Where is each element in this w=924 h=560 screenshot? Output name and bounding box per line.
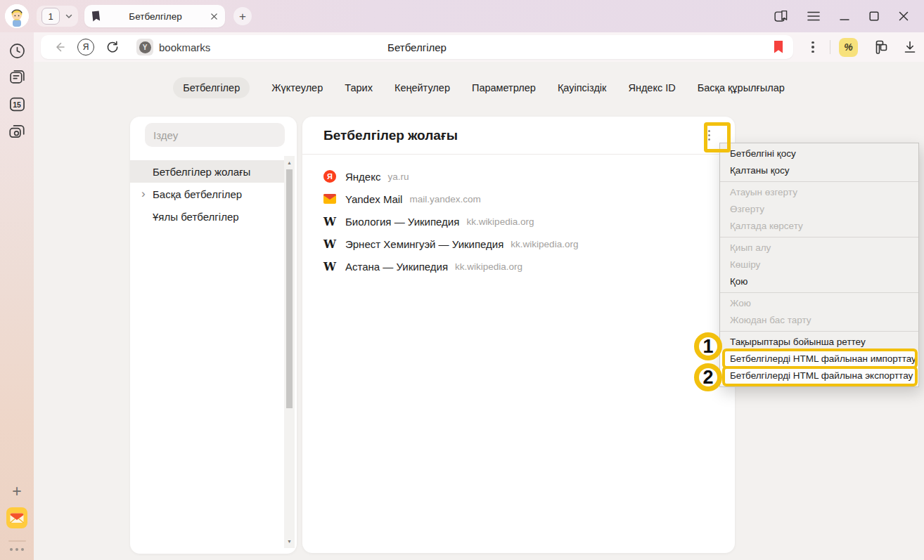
favicon-glyph: Y xyxy=(139,41,151,53)
search-input[interactable] xyxy=(145,123,285,147)
omnibox-page-title: Бетбелгілер xyxy=(41,41,793,53)
tab-strip: 1 Бетбелгілер + xyxy=(0,0,924,32)
sidebar-scrollbar[interactable]: ▲ ▼ xyxy=(284,156,295,548)
menu-item-add-bookmark[interactable]: Бетбелгіні қосу xyxy=(720,145,918,162)
tab-downloads[interactable]: Жүктеулер xyxy=(271,77,323,98)
bookmark-url: kk.wikipedia.org xyxy=(511,239,578,249)
tab-counter[interactable]: 1 xyxy=(37,6,78,27)
extensions-button[interactable] xyxy=(872,39,889,56)
bookmark-title: Яндекс xyxy=(345,171,380,183)
calendar-button[interactable]: 15 xyxy=(8,96,26,113)
wikipedia-favicon: W xyxy=(323,260,336,273)
refresh-button[interactable] xyxy=(105,40,120,54)
wikipedia-favicon: W xyxy=(323,215,336,228)
tab-yandex-id[interactable]: Яндекс ID xyxy=(628,77,675,98)
tab-other-devices[interactable]: Басқа құрылғылар xyxy=(698,77,785,98)
bookmark-item[interactable]: Я Яндекс ya.ru xyxy=(302,165,735,188)
plus-icon: + xyxy=(239,11,246,22)
scroll-down-icon[interactable]: ▼ xyxy=(287,539,292,548)
chevron-right-icon[interactable]: › xyxy=(141,188,146,200)
menu-item-add-folder[interactable]: Қалтаны қосу xyxy=(720,162,918,179)
tab-history[interactable]: Тарих xyxy=(345,77,373,98)
bookmark-list: Я Яндекс ya.ru Yandex Mail mail.yandex.c… xyxy=(302,155,735,278)
download-icon xyxy=(903,40,917,54)
menu-item-delete: Жою xyxy=(720,295,918,312)
url-text: bookmarks xyxy=(159,41,210,53)
window-close-icon[interactable] xyxy=(899,11,909,21)
bookmark-item[interactable]: W Астана — Уикипедия kk.wikipedia.org xyxy=(302,255,735,278)
rail-add-button[interactable]: + xyxy=(12,483,21,500)
bookmark-flag-button[interactable] xyxy=(774,41,783,56)
window-minimize-icon[interactable] xyxy=(840,11,849,21)
rail-more-button[interactable] xyxy=(10,548,24,551)
bookmark-item[interactable]: Yandex Mail mail.yandex.com xyxy=(302,188,735,210)
yandex-home-button[interactable]: Я xyxy=(77,39,94,56)
tab-close-icon[interactable] xyxy=(210,13,218,20)
percent-extension-button[interactable]: % xyxy=(839,38,858,57)
bookmarks-menu-button[interactable] xyxy=(700,126,718,145)
yandex-favicon: Я xyxy=(323,170,336,183)
notes-button[interactable] xyxy=(8,69,26,86)
folder-label: Ұялы бетбелгілер xyxy=(153,211,239,223)
browser-tab-bookmarks[interactable]: Бетбелгілер xyxy=(84,5,225,27)
menu-item-import-html[interactable]: Бетбелгілерді HTML файлынан импорттау xyxy=(720,351,918,367)
side-rail: 15 + xyxy=(0,32,34,560)
bookmark-url: mail.yandex.com xyxy=(409,194,480,204)
tab-extensions[interactable]: Кеңейтулер xyxy=(394,77,450,98)
folders-panel: Бетбелгілер жолағы › Басқа бетбелгілер Ұ… xyxy=(130,117,297,554)
menu-hamburger-icon[interactable] xyxy=(807,11,820,21)
new-tab-button[interactable]: + xyxy=(233,7,252,25)
screenshot-camera-icon xyxy=(8,122,26,141)
bookmark-title: Эрнест Хемингуэй — Уикипедия xyxy=(345,238,503,250)
bookmarks-page: Бетбелгілер Жүктеулер Тарих Кеңейтулер П… xyxy=(34,62,924,560)
address-toolbar: Я Y bookmarks Бетбелгілер % xyxy=(34,32,924,62)
window-maximize-icon[interactable] xyxy=(869,11,879,21)
bookmarks-panel: Бетбелгілер жолағы Я Яндекс ya.ru xyxy=(302,117,735,553)
folder-tree: Бетбелгілер жолағы › Басқа бетбелгілер Ұ… xyxy=(130,160,297,228)
menu-item-show-in-folder: Қалтада көрсету xyxy=(720,218,918,235)
window-controls xyxy=(774,10,909,22)
bookmark-title: Биология — Уикипедия xyxy=(345,216,459,228)
page-title: Бетбелгілер жолағы xyxy=(323,128,700,143)
tab-bookmarks[interactable]: Бетбелгілер xyxy=(173,77,250,98)
bookmarks-sidebar-icon[interactable] xyxy=(774,10,788,22)
screenshot-button[interactable] xyxy=(8,122,26,141)
bookmark-url: ya.ru xyxy=(387,171,409,182)
back-button[interactable] xyxy=(52,40,66,54)
chevron-down-icon xyxy=(65,12,73,20)
page-favicon: Y xyxy=(136,39,153,56)
scroll-up-icon[interactable]: ▲ xyxy=(287,156,292,165)
toolbar-menu-button[interactable] xyxy=(804,39,821,56)
yandex-mail-app-icon xyxy=(6,507,27,528)
scrollbar-thumb[interactable] xyxy=(286,169,293,408)
tab-security[interactable]: Қауіпсіздік xyxy=(558,77,607,98)
folder-other-bookmarks[interactable]: › Басқа бетбелгілер xyxy=(130,183,284,205)
bookmark-flag-icon xyxy=(774,41,783,53)
user-avatar[interactable] xyxy=(5,4,29,28)
menu-item-paste[interactable]: Қою xyxy=(720,273,918,290)
bookmark-item[interactable]: W Биология — Уикипедия kk.wikipedia.org xyxy=(302,210,735,233)
bookmark-item[interactable]: W Эрнест Хемингуэй — Уикипедия kk.wikipe… xyxy=(302,233,735,255)
folder-bookmarks-bar[interactable]: Бетбелгілер жолағы xyxy=(130,160,284,183)
menu-item-export-html[interactable]: Бетбелгілерді HTML файлына экспорттау xyxy=(720,367,918,384)
menu-item-sort-by-title[interactable]: Тақырыптары бойынша реттеу xyxy=(720,334,918,351)
tab-title: Бетбелгілер xyxy=(101,11,210,22)
yandex-logo-icon: Я xyxy=(77,39,94,56)
menu-item-edit: Өзгерту xyxy=(720,201,918,218)
extensions-icon xyxy=(872,39,889,56)
bookmarks-header: Бетбелгілер жолағы xyxy=(302,117,735,155)
menu-item-copy: Көшіру xyxy=(720,256,918,273)
history-button[interactable] xyxy=(8,42,26,60)
bookmark-title: Yandex Mail xyxy=(345,193,402,205)
address-bar[interactable]: Я Y bookmarks Бетбелгілер xyxy=(41,35,793,59)
downloads-button[interactable] xyxy=(903,40,917,54)
settings-nav-tabs: Бетбелгілер Жүктеулер Тарих Кеңейтулер П… xyxy=(34,77,924,98)
yandex-mail-app-button[interactable] xyxy=(6,507,27,531)
yandex-mail-favicon xyxy=(323,193,336,205)
menu-item-cut: Қиып алу xyxy=(720,240,918,256)
folder-label: Бетбелгілер жолағы xyxy=(153,166,250,178)
back-arrow-icon xyxy=(52,40,66,54)
tab-settings[interactable]: Параметрлер xyxy=(472,77,536,98)
folder-mobile-bookmarks[interactable]: Ұялы бетбелгілер xyxy=(130,205,284,228)
rail-bottom: + xyxy=(6,483,27,551)
